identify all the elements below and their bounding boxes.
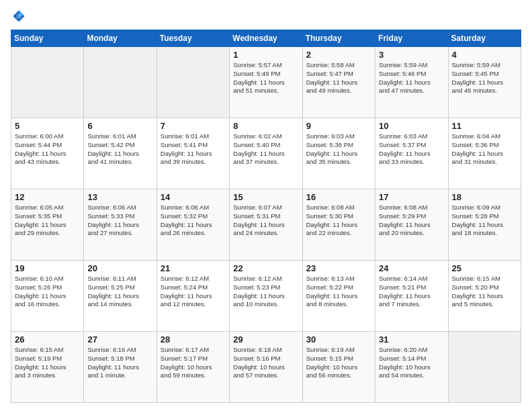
calendar-cell	[448, 332, 521, 403]
cell-info: Sunrise: 6:13 AM Sunset: 5:22 PM Dayligh…	[306, 275, 371, 309]
calendar-week-row: 1Sunrise: 5:57 AM Sunset: 5:49 PM Daylig…	[11, 47, 521, 118]
cell-info: Sunrise: 6:08 AM Sunset: 5:30 PM Dayligh…	[306, 203, 371, 238]
cell-info: Sunrise: 5:58 AM Sunset: 5:47 PM Dayligh…	[306, 61, 371, 95]
calendar-cell: 13Sunrise: 6:06 AM Sunset: 5:33 PM Dayli…	[84, 189, 157, 261]
calendar-cell	[11, 47, 84, 118]
calendar-cell: 22Sunrise: 6:12 AM Sunset: 5:23 PM Dayli…	[230, 261, 302, 332]
cell-info: Sunrise: 5:57 AM Sunset: 5:49 PM Dayligh…	[233, 61, 298, 95]
cell-info: Sunrise: 6:17 AM Sunset: 5:17 PM Dayligh…	[161, 346, 226, 380]
cell-info: Sunrise: 6:15 AM Sunset: 5:20 PM Dayligh…	[452, 275, 517, 309]
day-number: 21	[161, 263, 226, 273]
day-number: 8	[233, 121, 298, 131]
calendar-cell: 18Sunrise: 6:09 AM Sunset: 5:28 PM Dayli…	[448, 189, 521, 261]
calendar-cell: 27Sunrise: 6:16 AM Sunset: 5:18 PM Dayli…	[84, 332, 157, 403]
calendar-cell	[84, 47, 157, 118]
day-number: 23	[306, 263, 371, 273]
cell-info: Sunrise: 6:19 AM Sunset: 5:15 PM Dayligh…	[306, 346, 371, 380]
day-number: 1	[233, 50, 298, 60]
weekday-header-monday: Monday	[84, 30, 157, 47]
calendar-cell: 4Sunrise: 5:59 AM Sunset: 5:45 PM Daylig…	[448, 47, 521, 118]
cell-info: Sunrise: 6:20 AM Sunset: 5:14 PM Dayligh…	[379, 346, 444, 380]
calendar-cell: 1Sunrise: 5:57 AM Sunset: 5:49 PM Daylig…	[230, 47, 302, 118]
calendar-cell: 21Sunrise: 6:12 AM Sunset: 5:24 PM Dayli…	[157, 261, 229, 332]
day-number: 15	[233, 192, 298, 202]
day-number: 18	[452, 192, 517, 202]
cell-info: Sunrise: 6:03 AM Sunset: 5:37 PM Dayligh…	[379, 132, 444, 167]
day-number: 12	[15, 192, 80, 202]
header	[11, 8, 521, 24]
calendar-cell: 10Sunrise: 6:03 AM Sunset: 5:37 PM Dayli…	[375, 118, 448, 189]
calendar-cell: 16Sunrise: 6:08 AM Sunset: 5:30 PM Dayli…	[302, 189, 375, 261]
day-number: 3	[379, 50, 444, 60]
calendar-week-row: 26Sunrise: 6:15 AM Sunset: 5:19 PM Dayli…	[11, 332, 521, 403]
calendar-cell: 23Sunrise: 6:13 AM Sunset: 5:22 PM Dayli…	[302, 261, 375, 332]
calendar-cell: 24Sunrise: 6:14 AM Sunset: 5:21 PM Dayli…	[375, 261, 448, 332]
weekday-header-sunday: Sunday	[11, 30, 84, 47]
calendar-cell: 14Sunrise: 6:06 AM Sunset: 5:32 PM Dayli…	[157, 189, 229, 261]
cell-info: Sunrise: 6:01 AM Sunset: 5:41 PM Dayligh…	[161, 132, 226, 167]
weekday-header-tuesday: Tuesday	[157, 30, 229, 47]
day-number: 11	[452, 121, 517, 131]
calendar-cell: 6Sunrise: 6:01 AM Sunset: 5:42 PM Daylig…	[84, 118, 157, 189]
day-number: 16	[306, 192, 371, 202]
cell-info: Sunrise: 5:59 AM Sunset: 5:45 PM Dayligh…	[452, 61, 517, 95]
cell-info: Sunrise: 6:00 AM Sunset: 5:44 PM Dayligh…	[15, 132, 80, 167]
calendar-cell: 5Sunrise: 6:00 AM Sunset: 5:44 PM Daylig…	[11, 118, 84, 189]
calendar-week-row: 19Sunrise: 6:10 AM Sunset: 5:26 PM Dayli…	[11, 261, 521, 332]
day-number: 7	[161, 121, 226, 131]
day-number: 24	[379, 263, 444, 273]
cell-info: Sunrise: 6:12 AM Sunset: 5:23 PM Dayligh…	[233, 275, 298, 309]
day-number: 6	[87, 121, 152, 131]
cell-info: Sunrise: 6:18 AM Sunset: 5:16 PM Dayligh…	[233, 346, 298, 380]
page: SundayMondayTuesdayWednesdayThursdayFrid…	[0, 0, 532, 411]
calendar-cell: 29Sunrise: 6:18 AM Sunset: 5:16 PM Dayli…	[230, 332, 302, 403]
day-number: 26	[15, 334, 80, 345]
cell-info: Sunrise: 6:03 AM Sunset: 5:38 PM Dayligh…	[306, 132, 371, 167]
cell-info: Sunrise: 6:01 AM Sunset: 5:42 PM Dayligh…	[87, 132, 152, 167]
weekday-header-row: SundayMondayTuesdayWednesdayThursdayFrid…	[11, 30, 521, 47]
day-number: 9	[306, 121, 371, 131]
calendar-cell: 15Sunrise: 6:07 AM Sunset: 5:31 PM Dayli…	[230, 189, 302, 261]
day-number: 17	[379, 192, 444, 202]
day-number: 5	[15, 121, 80, 131]
day-number: 19	[15, 263, 80, 273]
weekday-header-wednesday: Wednesday	[230, 30, 302, 47]
cell-info: Sunrise: 6:06 AM Sunset: 5:33 PM Dayligh…	[87, 203, 152, 238]
day-number: 10	[379, 121, 444, 131]
calendar-cell: 20Sunrise: 6:11 AM Sunset: 5:25 PM Dayli…	[84, 261, 157, 332]
calendar-cell: 31Sunrise: 6:20 AM Sunset: 5:14 PM Dayli…	[375, 332, 448, 403]
day-number: 4	[452, 50, 517, 60]
calendar-cell: 25Sunrise: 6:15 AM Sunset: 5:20 PM Dayli…	[448, 261, 521, 332]
day-number: 25	[452, 263, 517, 273]
cell-info: Sunrise: 6:04 AM Sunset: 5:36 PM Dayligh…	[452, 132, 517, 167]
weekday-header-saturday: Saturday	[448, 30, 521, 47]
calendar-cell: 9Sunrise: 6:03 AM Sunset: 5:38 PM Daylig…	[302, 118, 375, 189]
calendar-cell	[157, 47, 229, 118]
calendar-cell: 7Sunrise: 6:01 AM Sunset: 5:41 PM Daylig…	[157, 118, 229, 189]
day-number: 28	[161, 334, 226, 345]
day-number: 29	[233, 334, 298, 345]
day-number: 31	[379, 334, 444, 345]
calendar-cell: 8Sunrise: 6:02 AM Sunset: 5:40 PM Daylig…	[230, 118, 302, 189]
cell-info: Sunrise: 6:02 AM Sunset: 5:40 PM Dayligh…	[233, 132, 298, 167]
day-number: 22	[233, 263, 298, 273]
cell-info: Sunrise: 5:59 AM Sunset: 5:46 PM Dayligh…	[379, 61, 444, 95]
svg-rect-2	[17, 14, 21, 19]
day-number: 13	[87, 192, 152, 202]
day-number: 20	[87, 263, 152, 273]
calendar-cell: 17Sunrise: 6:08 AM Sunset: 5:29 PM Dayli…	[375, 189, 448, 261]
cell-info: Sunrise: 6:05 AM Sunset: 5:35 PM Dayligh…	[15, 203, 80, 238]
cell-info: Sunrise: 6:12 AM Sunset: 5:24 PM Dayligh…	[161, 275, 226, 309]
calendar-cell: 3Sunrise: 5:59 AM Sunset: 5:46 PM Daylig…	[375, 47, 448, 118]
day-number: 2	[306, 50, 371, 60]
calendar-cell: 28Sunrise: 6:17 AM Sunset: 5:17 PM Dayli…	[157, 332, 229, 403]
weekday-header-thursday: Thursday	[302, 30, 375, 47]
cell-info: Sunrise: 6:14 AM Sunset: 5:21 PM Dayligh…	[379, 275, 444, 309]
cell-info: Sunrise: 6:16 AM Sunset: 5:18 PM Dayligh…	[87, 346, 152, 380]
cell-info: Sunrise: 6:11 AM Sunset: 5:25 PM Dayligh…	[87, 275, 152, 309]
calendar-cell: 2Sunrise: 5:58 AM Sunset: 5:47 PM Daylig…	[302, 47, 375, 118]
logo-icon	[11, 8, 27, 24]
logo	[11, 8, 30, 24]
cell-info: Sunrise: 6:07 AM Sunset: 5:31 PM Dayligh…	[233, 203, 298, 238]
calendar-cell: 12Sunrise: 6:05 AM Sunset: 5:35 PM Dayli…	[11, 189, 84, 261]
